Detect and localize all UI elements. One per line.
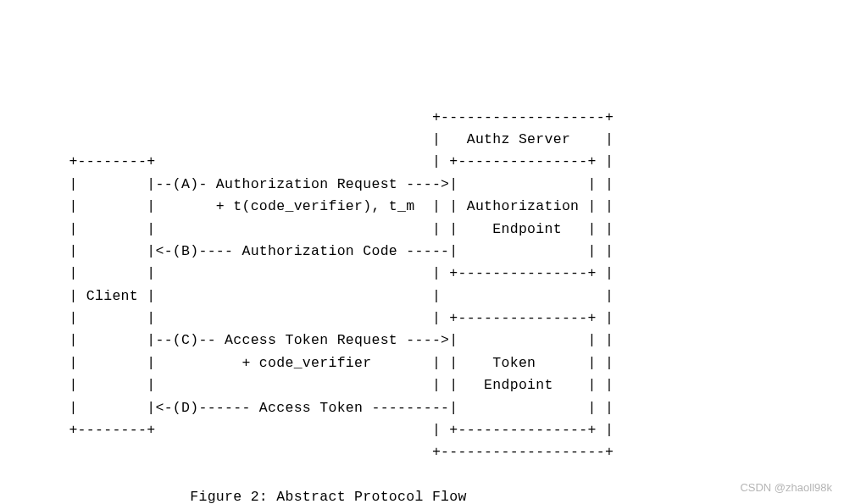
diagram-line-7: | | | +---------------+ | <box>8 265 614 281</box>
diagram-line-1: | Authz Server | <box>8 131 614 147</box>
watermark-text: CSDN @zhaoll98k <box>740 479 832 497</box>
diagram-line-5: | | | | Endpoint | | <box>8 221 614 237</box>
diagram-line-2: +--------+ | +---------------+ | <box>8 153 614 169</box>
diagram-caption: Figure 2: Abstract Protocol Flow <box>8 489 467 504</box>
diagram-line-10: | |--(C)-- Access Token Request ---->| |… <box>8 332 614 348</box>
diagram-line-9: | | | +---------------+ | <box>8 310 614 326</box>
diagram-line-14: +--------+ | +---------------+ | <box>8 422 614 438</box>
diagram-line-15: +-------------------+ <box>8 444 614 460</box>
diagram-line-4: | | + t(code_verifier), t_m | | Authoriz… <box>8 198 614 214</box>
diagram-line-3: | |--(A)- Authorization Request ---->| |… <box>8 176 614 192</box>
diagram-line-8: | Client | | | <box>8 288 614 304</box>
diagram-line-12: | | | | Endpoint | | <box>8 377 614 393</box>
protocol-flow-diagram: +-------------------+ | Authz Server | +… <box>0 90 844 504</box>
diagram-line-13: | |<-(D)------ Access Token ---------| |… <box>8 400 614 416</box>
diagram-line-0: +-------------------+ <box>8 109 614 125</box>
diagram-line-6: | |<-(B)---- Authorization Code -----| |… <box>8 243 614 259</box>
diagram-line-11: | | + code_verifier | | Token | | <box>8 355 614 371</box>
